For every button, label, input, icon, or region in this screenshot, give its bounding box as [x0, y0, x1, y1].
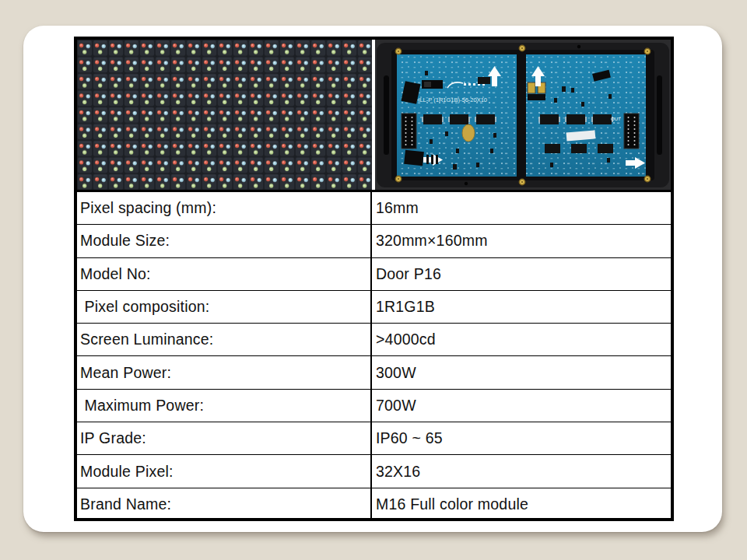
product-images: HLL-P (1R1G1B)-56-20X10	[77, 40, 671, 190]
spec-label: Screen Luminance:	[77, 324, 372, 355]
ic-chip-row	[545, 144, 613, 153]
ic-chip-row	[422, 114, 496, 124]
table-row: Pixel composition: 1R1G1B	[77, 290, 671, 323]
spec-value: Door P16	[372, 258, 671, 290]
spec-label: Maximum Power:	[77, 390, 372, 422]
gold-sticker	[462, 124, 475, 142]
ic-chip-row	[538, 114, 613, 124]
table-row: Mean Power: 300W	[77, 355, 671, 388]
spec-value: >4000cd	[372, 324, 671, 355]
spec-label: Brand Name:	[77, 488, 372, 520]
led-matrix-image	[77, 40, 372, 190]
spec-value: 32X16	[372, 455, 671, 487]
spec-value: M16 Full color module	[372, 488, 671, 520]
spec-label: Model No:	[77, 258, 372, 290]
spec-value: 1R1G1B	[372, 291, 671, 323]
table-row: Brand Name: M16 Full color module	[77, 488, 671, 520]
spec-label: Module Size:	[77, 225, 372, 257]
spec-value: 16mm	[372, 192, 671, 224]
table-row: IP Grade: IP60 ~ 65	[77, 422, 671, 454]
spec-label: Module Pixel:	[77, 455, 372, 487]
table-row: Pixel spacing (mm): 16mm	[77, 192, 671, 224]
table-row: Module Pixel: 32X16	[77, 454, 671, 487]
slide-card: HLL-P (1R1G1B)-56-20X10	[23, 26, 722, 532]
pcb-out-label: OUT	[611, 117, 621, 121]
spec-label: IP Grade:	[77, 422, 372, 454]
led-pixel-grid	[77, 40, 372, 190]
table-row: Module Size: 320mm×160mm	[77, 224, 671, 257]
pcb-image: HLL-P (1R1G1B)-56-20X10	[375, 40, 671, 190]
spec-value: 320mm×160mm	[372, 225, 671, 257]
spec-value: 700W	[372, 390, 671, 422]
spec-value: 300W	[372, 356, 671, 388]
spec-label: Pixel composition:	[77, 291, 372, 323]
spec-value: IP60 ~ 65	[372, 422, 671, 454]
led-module-front-photo	[77, 40, 372, 190]
table-row: Maximum Power: 700W	[77, 389, 671, 422]
spec-label: Mean Power:	[77, 356, 372, 388]
product-spec-panel: HLL-P (1R1G1B)-56-20X10	[74, 37, 674, 521]
table-row: Screen Luminance: >4000cd	[77, 323, 671, 355]
pcb-back-photo: HLL-P (1R1G1B)-56-20X10	[375, 40, 671, 190]
spec-table: Pixel spacing (mm): 16mm Module Size: 32…	[77, 190, 671, 520]
pcb-model-label: HLL-P (1R1G1B)-56-20X10	[416, 96, 487, 103]
spec-label: Pixel spacing (mm):	[77, 192, 372, 224]
table-row: Model No: Door P16	[77, 257, 671, 290]
